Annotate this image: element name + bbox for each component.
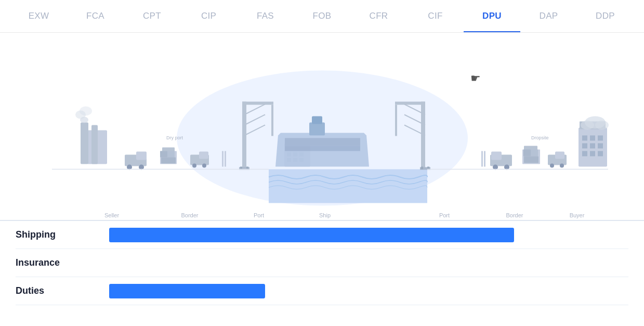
svg-rect-72 [582,136,587,141]
svg-rect-20 [222,151,224,167]
svg-rect-13 [160,151,167,158]
svg-text:Buyer: Buyer [570,212,585,218]
tab-fas[interactable]: FAS [237,1,294,32]
cursor-icon: ☛ [470,72,481,85]
svg-point-19 [202,164,206,168]
svg-rect-24 [271,105,273,136]
svg-rect-44 [285,146,360,151]
shipping-label: Shipping [16,229,109,240]
svg-rect-64 [555,152,564,159]
svg-rect-83 [484,151,485,167]
svg-point-66 [560,164,564,168]
svg-point-6 [80,107,92,116]
svg-rect-15 [161,158,176,164]
shipping-bar-container [109,228,628,242]
tab-fob[interactable]: FOB [294,1,350,32]
svg-rect-8 [136,152,147,160]
tab-exw[interactable]: EXW [10,1,67,32]
svg-point-65 [550,164,554,168]
svg-point-70 [581,121,594,130]
svg-rect-46 [395,102,425,105]
svg-point-71 [595,121,609,130]
svg-text:Ship: Ship [319,212,331,218]
insurance-row: Insurance [16,249,628,277]
duties-bar-container [109,284,628,298]
tab-dap[interactable]: DAP [520,1,577,32]
svg-text:Port: Port [254,212,264,218]
svg-rect-41 [309,123,325,136]
duties-row: Duties [16,277,628,305]
scene-illustration: Dry port [0,33,644,220]
svg-rect-23 [242,102,273,105]
svg-text:Seller: Seller [104,212,119,218]
svg-rect-73 [590,136,595,141]
insurance-label: Insurance [16,257,109,268]
svg-rect-21 [225,151,226,167]
svg-text:Border: Border [506,212,523,218]
svg-rect-14 [167,151,175,158]
svg-rect-78 [582,151,587,157]
nav-tabs: EXW FCA CPT CIP FAS FOB CFR CIF DPU DAP … [0,0,644,33]
data-table: Shipping Insurance Duties [0,220,644,305]
tab-cpt[interactable]: CPT [124,1,180,32]
tab-cip[interactable]: CIP [180,1,237,32]
svg-rect-79 [590,151,595,157]
tab-fca[interactable]: FCA [67,1,124,32]
duties-bar [109,284,265,298]
svg-rect-62 [524,157,538,163]
svg-rect-61 [531,150,538,157]
svg-rect-76 [590,144,595,149]
tab-ddp[interactable]: DDP [577,1,634,32]
tab-cif[interactable]: CIF [407,1,464,32]
svg-rect-42 [312,116,322,124]
svg-text:Port: Port [439,212,450,218]
svg-rect-2 [81,123,88,164]
duties-label: Duties [16,285,109,296]
svg-rect-80 [598,151,603,157]
svg-rect-55 [491,152,502,160]
svg-rect-52 [421,167,423,169]
diagram-area: ☛ [0,33,644,220]
shipping-row: Shipping [16,221,628,249]
svg-rect-60 [523,150,531,157]
tab-dpu[interactable]: DPU [464,1,520,32]
svg-rect-74 [598,136,603,141]
svg-rect-3 [91,125,98,164]
shipping-bar [109,228,514,242]
svg-rect-75 [582,144,587,149]
svg-rect-43 [285,138,360,146]
svg-text:Dropsite: Dropsite [531,135,549,140]
tab-cfr[interactable]: CFR [350,1,407,32]
svg-rect-82 [481,151,483,167]
svg-text:Border: Border [181,212,198,218]
svg-text:Dry port: Dry port [166,135,183,140]
svg-rect-77 [598,144,603,149]
svg-rect-17 [199,152,208,159]
svg-rect-47 [395,105,397,136]
svg-point-18 [192,164,196,168]
